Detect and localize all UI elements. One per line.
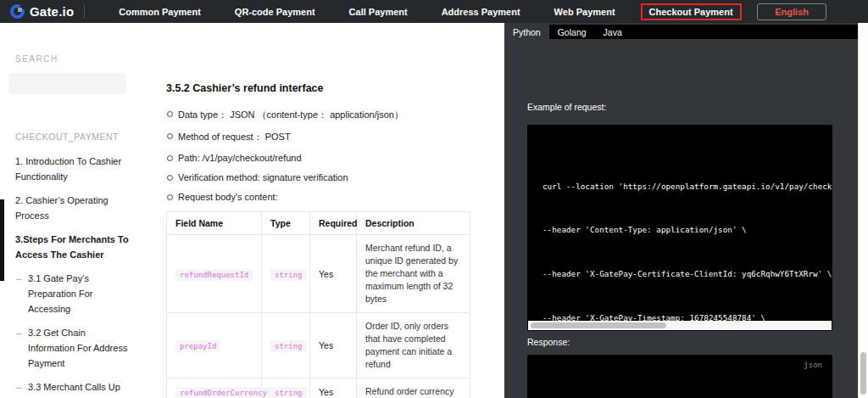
sidebar-scrollbar-thumb[interactable]	[0, 199, 4, 281]
sidebar: SEARCH CHECKOUT_PAYMENT 1. Introduction …	[0, 23, 138, 398]
field-name-chip: prepayId	[175, 340, 220, 352]
table-header-row: Field NameTypeRequiredDescription	[167, 212, 470, 235]
response-code: { "status": "SUCCESS",	[527, 355, 832, 398]
field-type-chip: string	[270, 340, 307, 352]
page-layout: SEARCH CHECKOUT_PAYMENT 1. Introduction …	[0, 23, 868, 398]
field-description-cell: Order ID, only orders that have complete…	[357, 313, 470, 378]
field-description-cell: Merchant refund ID, a unique ID generate…	[357, 235, 470, 313]
gateio-logo-text: Gate.io	[30, 4, 74, 19]
api-spec-item: Verification method: signature verificat…	[166, 172, 481, 182]
search-input[interactable]	[8, 73, 126, 94]
request-fields-table: Field NameTypeRequiredDescription refund…	[166, 211, 470, 398]
api-spec-item: Request body's content:	[166, 192, 481, 202]
api-spec-item: Path: /v1/pay/checkout/refund	[166, 153, 481, 163]
field-required-cell: Yes	[310, 235, 357, 313]
search-label: SEARCH	[15, 54, 138, 64]
nav-item[interactable]: Web Payment	[546, 3, 624, 20]
table-body: refundRequestId string Yes Merchant refu…	[167, 235, 470, 398]
nav-item[interactable]: Call Payment	[341, 3, 416, 20]
sidebar-item[interactable]: 2. Cashier’s Operating Process	[15, 193, 131, 223]
field-required-cell: Yes	[310, 378, 357, 398]
table-row: prepayId string Yes Order ID, only order…	[167, 313, 470, 378]
page-title: 3.5.2 Cashier’s refund interface	[166, 82, 504, 94]
response-language-badge: json	[804, 361, 822, 369]
response-code-block: json { "status": "SUCCESS",	[527, 355, 832, 398]
vertical-scrollbar[interactable]	[858, 23, 868, 398]
gateio-logo-icon	[10, 4, 25, 19]
code-line: --header 'X-GatePay-Certificate-ClientId…	[542, 269, 832, 280]
table-row: refundOrderCurrency string Yes Refund or…	[167, 378, 470, 398]
vertical-scrollbar-thumb[interactable]	[860, 352, 866, 395]
api-spec-list: Data type： JSON （content-type： applicati…	[166, 109, 481, 202]
sidebar-item[interactable]: 3.Steps For Merchants To Access The Cash…	[15, 232, 131, 262]
field-type-chip: string	[270, 387, 307, 398]
code-example-panel: Python Golang Java Example of request: c…	[504, 23, 858, 398]
language-button[interactable]: English	[757, 3, 826, 20]
sidebar-item[interactable]: 1. Introduction To Cashier Functionality	[15, 154, 131, 184]
nav-divider	[84, 5, 85, 19]
nav-item[interactable]: Common Payment	[110, 3, 209, 20]
field-description-cell: Refund order currency	[357, 378, 470, 398]
nav-item[interactable]: Address Payment	[433, 3, 529, 20]
field-type-chip: string	[270, 269, 307, 281]
code-line: curl --location 'https://openplatform.ga…	[542, 182, 832, 193]
response-label: Response:	[527, 337, 570, 347]
nav-items: Common Payment QR-code Payment Call Paym…	[102, 3, 749, 20]
language-tab[interactable]: Python	[504, 25, 549, 39]
code-text: --header 'X-GatePay-Certificate-ClientId…	[542, 269, 832, 278]
api-spec-item: Method of request： POST	[166, 131, 481, 143]
nav-item[interactable]: QR-code Payment	[226, 3, 324, 20]
request-code: curl --location 'https://openplatform.ga…	[527, 125, 832, 331]
sidebar-item[interactable]: 3.3 Merchant Calls Up Gate Pay Cashier	[15, 379, 131, 398]
top-navigation-bar: Gate.io Common Payment QR-code Payment C…	[0, 0, 868, 23]
table-header-cell: Description	[357, 212, 470, 235]
request-example-label: Example of request:	[527, 102, 606, 112]
table-header-cell: Type	[262, 212, 310, 235]
code-line: --header 'Content-Type: application/json…	[542, 225, 832, 236]
field-name-chip: refundRequestId	[175, 269, 253, 281]
table-header-cell: Field Name	[167, 212, 262, 235]
sidebar-item[interactable]: 3.1 Gate Pay’s Preparation For Accessing	[15, 271, 131, 317]
sidebar-toc: 1. Introduction To Cashier Functionality…	[0, 154, 138, 398]
table-header-cell: Required	[310, 212, 357, 235]
gateio-logo[interactable]: Gate.io	[0, 4, 74, 19]
api-spec-item: Data type： JSON （content-type： applicati…	[166, 109, 481, 121]
table-row: refundRequestId string Yes Merchant refu…	[167, 235, 470, 313]
nav-item[interactable]: Checkout Payment	[641, 3, 742, 20]
sidebar-section-label: CHECKOUT_PAYMENT	[15, 132, 138, 142]
request-code-block: curl --location 'https://openplatform.ga…	[527, 125, 832, 331]
field-name-chip: refundOrderCurrency	[175, 387, 271, 398]
code-text: curl --location 'https://openplatform.ga…	[542, 182, 832, 191]
language-tab[interactable]: Golang	[549, 25, 595, 39]
code-text: --header 'Content-Type: application/json…	[542, 225, 747, 234]
field-required-cell: Yes	[310, 313, 357, 378]
horizontal-scrollbar[interactable]	[528, 321, 832, 330]
horizontal-scrollbar-thumb[interactable]	[531, 322, 666, 328]
language-tabs: Python Golang Java	[504, 25, 858, 39]
sidebar-item[interactable]: 3.2 Get Chain Information For Address Pa…	[15, 325, 131, 371]
doc-content: 3.5.2 Cashier’s refund interface Data ty…	[138, 23, 504, 398]
language-tab[interactable]: Java	[595, 25, 631, 39]
